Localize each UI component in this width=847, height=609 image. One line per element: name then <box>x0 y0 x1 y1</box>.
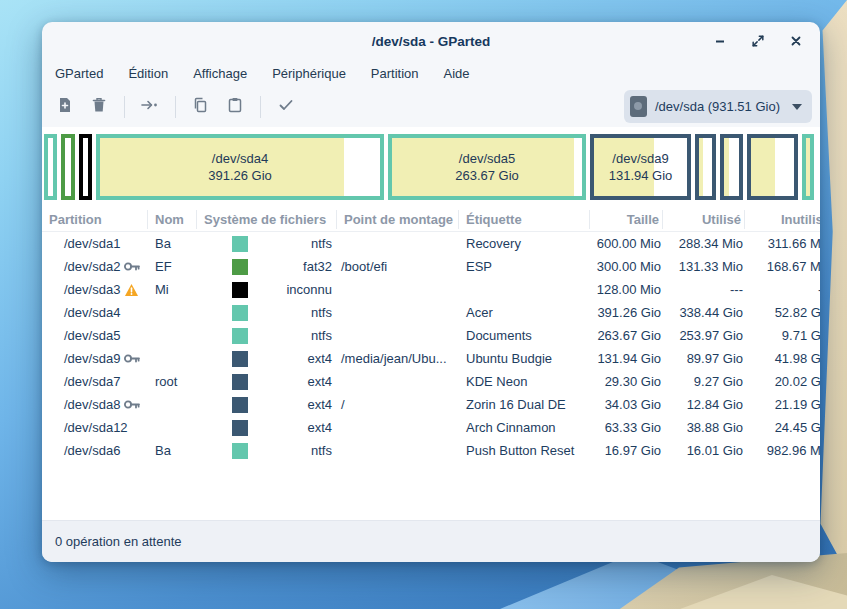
unused-cell: 20.02 Gio <box>745 374 820 389</box>
statusbar: 0 opération en attente <box>42 520 820 562</box>
size-cell: 263.67 Gio <box>590 328 663 343</box>
partition-device-text: /dev/sda9 <box>64 351 120 366</box>
paste-button[interactable] <box>218 92 252 122</box>
used-cell: 338.44 Gio <box>663 305 745 320</box>
partition-segment-sda4[interactable]: /dev/sda4391.26 Gio <box>96 134 384 200</box>
used-cell: --- <box>663 282 745 297</box>
size-cell: 131.94 Gio <box>590 351 663 366</box>
used-cell: 131.33 Mio <box>663 259 745 274</box>
partition-segment-sda5[interactable]: /dev/sda5263.67 Gio <box>388 134 586 200</box>
size-cell: 300.00 Mio <box>590 259 663 274</box>
segment-device-label: /dev/sda5 <box>459 150 515 167</box>
window-title: /dev/sda - GParted <box>372 34 491 49</box>
filesystem-type-text: ext4 <box>248 420 337 435</box>
restore-icon <box>751 34 765 48</box>
table-row-sda7[interactable]: /dev/sda7rootext4KDE Neon29.30 Gio9.27 G… <box>42 370 820 393</box>
segment-device-label: /dev/sda4 <box>212 150 268 167</box>
size-cell: 600.00 Mio <box>590 236 663 251</box>
partition-device-text: /dev/sda8 <box>64 397 120 412</box>
unused-cell: 21.19 Gio <box>745 397 820 412</box>
table-row-sda6[interactable]: /dev/sda6BantfsPush Button Reset16.97 Gi… <box>42 439 820 462</box>
partition-segment-sda7[interactable] <box>695 134 716 200</box>
menu-peripherique[interactable]: Périphérique <box>263 63 355 84</box>
col-header-nom: Nom <box>148 210 197 229</box>
menubar: GParted Édition Affichage Périphérique P… <box>42 60 820 86</box>
size-cell: 16.97 Gio <box>590 443 663 458</box>
device-selector[interactable]: /dev/sda (931.51 Gio) <box>624 90 812 123</box>
filesystem-color-swatch <box>232 328 248 344</box>
restore-button[interactable] <box>748 31 768 51</box>
unused-cell: 982.96 Mio <box>745 443 820 458</box>
used-cell: 12.84 Gio <box>663 397 745 412</box>
partition-segment-sda2[interactable] <box>61 134 75 200</box>
partition-name-cell: EF <box>148 259 197 274</box>
table-body: /dev/sda1BantfsRecovery600.00 Mio288.34 … <box>42 232 820 462</box>
partition-segment-sda6[interactable] <box>802 134 814 200</box>
table-header: Partition Nom Système de fichiers Point … <box>42 207 820 232</box>
menu-edition[interactable]: Édition <box>119 63 177 84</box>
col-header-systeme: Système de fichiers <box>197 210 337 229</box>
new-partition-button[interactable] <box>48 92 82 122</box>
size-cell: 128.00 Mio <box>590 282 663 297</box>
filesystem-type-text: ntfs <box>248 328 337 343</box>
resize-move-button[interactable] <box>133 92 167 122</box>
partition-name-cell: Mi <box>148 282 197 297</box>
filesystem-color-swatch <box>232 443 248 459</box>
table-row-sda3[interactable]: /dev/sda3Miinconnu128.00 Mio------ <box>42 278 820 301</box>
key-icon <box>124 261 140 272</box>
delete-partition-button[interactable] <box>82 92 116 122</box>
menu-affichage[interactable]: Affichage <box>184 63 256 84</box>
used-cell: 38.88 Gio <box>663 420 745 435</box>
filesystem-type-text: ext4 <box>248 397 337 412</box>
filesystem-type-text: ntfs <box>248 305 337 320</box>
size-cell: 63.33 Gio <box>590 420 663 435</box>
used-cell: 253.97 Gio <box>663 328 745 343</box>
table-row-sda9[interactable]: /dev/sda9ext4/media/jean/Ubu...Ubuntu Bu… <box>42 347 820 370</box>
col-header-point-de-montage: Point de montage <box>337 210 459 229</box>
label-cell: Documents <box>459 328 590 343</box>
col-header-taille: Taille <box>590 210 663 229</box>
filesystem-type-text: ntfs <box>248 443 337 458</box>
partition-segment-sda1[interactable] <box>44 134 57 200</box>
menu-aide[interactable]: Aide <box>435 63 479 84</box>
partition-device-text: /dev/sda7 <box>64 374 120 389</box>
partition-segment-sda8[interactable] <box>720 134 743 200</box>
table-row-sda4[interactable]: /dev/sda4ntfsAcer391.26 Gio338.44 Gio52.… <box>42 301 820 324</box>
main-content: /dev/sda4391.26 Gio/dev/sda5263.67 Gio/d… <box>42 127 820 520</box>
filesystem-color-swatch <box>232 305 248 321</box>
partition-segment-sda12[interactable] <box>747 134 798 200</box>
toolbar-separator <box>175 96 176 118</box>
used-cell: 288.34 Mio <box>663 236 745 251</box>
minimize-button[interactable] <box>710 31 730 51</box>
mount-point-cell: /boot/efi <box>337 259 459 274</box>
partition-segment-sda9[interactable]: /dev/sda9131.94 Gio <box>590 134 691 200</box>
label-cell: Recovery <box>459 236 590 251</box>
table-row-sda1[interactable]: /dev/sda1BantfsRecovery600.00 Mio288.34 … <box>42 232 820 255</box>
pending-operations-text: 0 opération en attente <box>55 534 182 549</box>
label-cell: Zorin 16 Dual DE <box>459 397 590 412</box>
device-selector-label: /dev/sda (931.51 Gio) <box>655 99 780 114</box>
menu-partition[interactable]: Partition <box>362 63 428 84</box>
titlebar[interactable]: /dev/sda - GParted <box>42 22 820 60</box>
toolbar-separator <box>124 96 125 118</box>
key-icon <box>124 399 140 410</box>
close-button[interactable] <box>786 31 806 51</box>
partition-device-text: /dev/sda3 <box>64 282 120 297</box>
segment-size-label: 391.26 Gio <box>208 167 272 184</box>
label-cell: Push Button Reset <box>459 443 590 458</box>
table-row-sda12[interactable]: /dev/sda12ext4Arch Cinnamon63.33 Gio38.8… <box>42 416 820 439</box>
filesystem-color-swatch <box>232 397 248 413</box>
gparted-window: /dev/sda - GParted <box>42 22 820 562</box>
new-partition-icon <box>56 96 74 118</box>
table-row-sda2[interactable]: /dev/sda2EFfat32/boot/efiESP300.00 Mio13… <box>42 255 820 278</box>
copy-button[interactable] <box>184 92 218 122</box>
used-cell: 9.27 Gio <box>663 374 745 389</box>
table-row-sda5[interactable]: /dev/sda5ntfsDocuments263.67 Gio253.97 G… <box>42 324 820 347</box>
menu-gparted[interactable]: GParted <box>46 63 112 84</box>
apply-button[interactable] <box>269 92 303 122</box>
size-cell: 391.26 Gio <box>590 305 663 320</box>
segment-device-label: /dev/sda9 <box>612 150 668 167</box>
toolbar: /dev/sda (931.51 Gio) <box>42 86 820 127</box>
table-row-sda8[interactable]: /dev/sda8ext4/Zorin 16 Dual DE34.03 Gio1… <box>42 393 820 416</box>
partition-segment-sda3[interactable] <box>79 134 92 200</box>
